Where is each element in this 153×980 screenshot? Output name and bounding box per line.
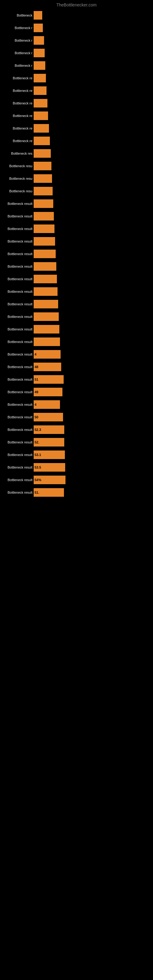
bar — [33, 74, 46, 83]
bar-value: 51. — [35, 491, 39, 494]
bar-label: Bottleneck re — [0, 126, 33, 130]
bar: 4 — [33, 400, 60, 409]
bar-label: Bottleneck result — [0, 252, 33, 256]
bar-container — [33, 149, 153, 158]
bar-container: 50 — [33, 413, 153, 422]
bar-label: Bottleneck resu — [0, 164, 33, 168]
bar — [33, 300, 58, 309]
bar — [33, 287, 57, 296]
bar-label: Bottleneck re — [0, 139, 33, 143]
bar-container: 52. — [33, 438, 153, 447]
bar — [33, 24, 43, 32]
bar-container: 54% — [33, 476, 153, 484]
bar-container — [33, 250, 153, 258]
bar — [33, 137, 50, 145]
bar-row: Bottleneck r — [0, 47, 153, 59]
chart: BottleneckBottleneck rBottleneck rBottle… — [0, 10, 153, 498]
bar-container: 52.3 — [33, 425, 153, 434]
bar-container: 4 — [33, 350, 153, 359]
bar-container: 48 — [33, 363, 153, 371]
bar-row: Bottleneck result51 — [0, 374, 153, 385]
bar-label: Bottleneck result — [0, 315, 33, 318]
bar-container — [33, 36, 153, 45]
bar — [33, 11, 42, 20]
bar-row: Bottleneck re — [0, 123, 153, 134]
bar-container — [33, 24, 153, 32]
bar-value: 4 — [35, 353, 37, 356]
bar-row: Bottleneck result50 — [0, 411, 153, 423]
bar-container — [33, 187, 153, 196]
bar: 50 — [33, 413, 63, 422]
bar-container — [33, 212, 153, 221]
bar-container — [33, 275, 153, 283]
bar — [33, 174, 52, 183]
bar — [33, 237, 55, 246]
bar-container — [33, 49, 153, 57]
bar-label: Bottleneck r — [0, 51, 33, 55]
bar-row: Bottleneck re — [0, 97, 153, 109]
bar-container — [33, 199, 153, 208]
bar-label: Bottleneck result — [0, 491, 33, 494]
bar-row: Bottleneck result — [0, 198, 153, 210]
bar-label: Bottleneck result — [0, 390, 33, 394]
bar-label: Bottleneck re — [0, 89, 33, 92]
bar-row: Bottleneck result54% — [0, 474, 153, 486]
bar-value: 4 — [35, 403, 37, 406]
bar-label: Bottleneck result — [0, 328, 33, 331]
bar-label: Bottleneck resu — [0, 189, 33, 193]
bar-row: Bottleneck result — [0, 235, 153, 247]
bar: 4 — [33, 350, 61, 359]
bar-row: Bottleneck result4 — [0, 348, 153, 360]
bar — [33, 162, 51, 170]
bar: 53.1 — [33, 450, 65, 459]
bar-container — [33, 237, 153, 246]
bar-label: Bottleneck result — [0, 277, 33, 281]
bar — [33, 111, 48, 120]
bar-row: Bottleneck result — [0, 286, 153, 298]
bar-container: 49 — [33, 388, 153, 396]
bar-row: Bottleneck result — [0, 223, 153, 235]
bar-row: Bottleneck resu — [0, 185, 153, 197]
site-title: TheBottlenecker.com — [0, 0, 153, 9]
bar-label: Bottleneck result — [0, 428, 33, 431]
bar-row: Bottleneck result — [0, 273, 153, 285]
bar-label: Bottleneck result — [0, 441, 33, 444]
bar — [33, 262, 56, 271]
bar-row: Bottleneck re — [0, 85, 153, 97]
bar-label: Bottleneck re — [0, 101, 33, 105]
bar: 53.5 — [33, 463, 65, 472]
bar-value: 52. — [35, 441, 39, 444]
bar — [33, 49, 45, 57]
bar — [33, 224, 54, 233]
bar-row: Bottleneck resu — [0, 160, 153, 172]
bar-container: 53.5 — [33, 463, 153, 472]
bar-container — [33, 86, 153, 95]
bar-label: Bottleneck result — [0, 478, 33, 482]
bar: 51. — [33, 488, 64, 497]
bar — [33, 199, 53, 208]
bar-row: Bottleneck r — [0, 35, 153, 46]
bar — [33, 149, 51, 158]
bar-label: Bottleneck result — [0, 365, 33, 369]
bar-row: Bottleneck result4 — [0, 399, 153, 410]
bar-row: Bottleneck result — [0, 311, 153, 323]
bar-label: Bottleneck result — [0, 240, 33, 243]
bar-value: 52.3 — [35, 428, 41, 431]
bar-container: 51. — [33, 488, 153, 497]
bar-container — [33, 99, 153, 108]
bar-row: Bottleneck resu — [0, 173, 153, 185]
bar — [33, 337, 60, 346]
bar-label: Bottleneck result — [0, 403, 33, 406]
bar-label: Bottleneck re — [0, 76, 33, 80]
bar: 48 — [33, 363, 61, 371]
bar-label: Bottleneck result — [0, 415, 33, 419]
bar-row: Bottleneck result49 — [0, 386, 153, 398]
bar-row: Bottleneck result53.1 — [0, 449, 153, 461]
bar-container — [33, 11, 153, 20]
bar-label: Bottleneck result — [0, 265, 33, 268]
bar-value: 49 — [35, 390, 38, 394]
bar-row: Bottleneck result — [0, 248, 153, 260]
bar — [33, 312, 59, 321]
bar — [33, 275, 57, 283]
bar-container — [33, 262, 153, 271]
